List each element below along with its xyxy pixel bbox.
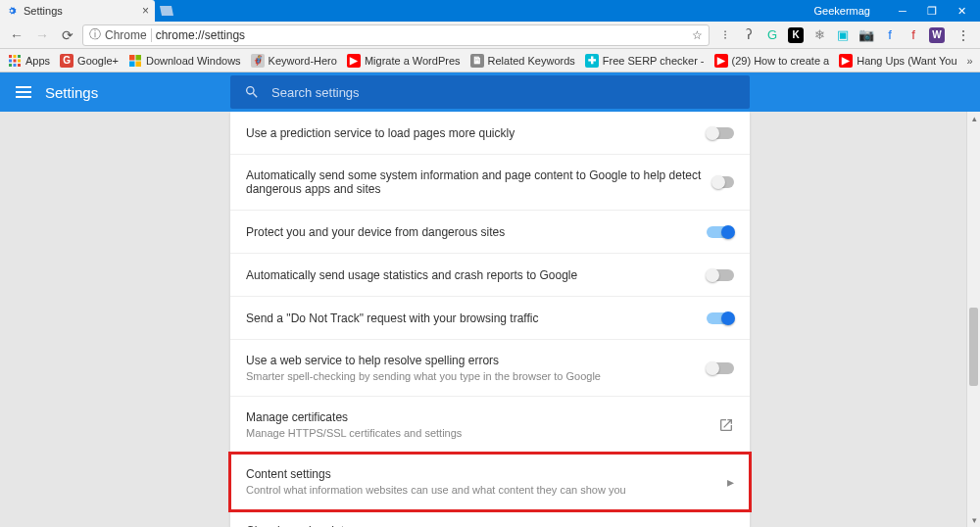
windows-icon [128, 54, 142, 68]
extension-icons: ⁝ʔGK❄▣📷ffW [713, 27, 949, 43]
pocket-icon[interactable]: ▣ [835, 27, 851, 43]
svg-rect-4 [14, 59, 17, 62]
bookmark-label: Download Windows [146, 55, 241, 67]
settings-search[interactable]: Search settings [230, 75, 750, 109]
settings-row: Use a prediction service to load pages m… [230, 112, 750, 155]
bookmark-icon: ▶ [347, 54, 361, 68]
svg-rect-3 [9, 59, 12, 62]
apps-icon [8, 54, 22, 68]
toggle-switch[interactable] [707, 362, 734, 374]
bookmark-item[interactable]: GGoogle+ [60, 54, 119, 68]
window-controls: Geekermag ─ ❐ ✕ [814, 0, 980, 22]
bookmark-item[interactable]: 🗎Related Keywords [470, 54, 575, 68]
forward-button[interactable]: → [31, 24, 53, 46]
svg-rect-1 [14, 55, 17, 58]
camera-icon[interactable]: 📷 [858, 27, 874, 43]
svg-rect-10 [135, 55, 141, 61]
scroll-up-arrow[interactable]: ▴ [967, 112, 980, 125]
bookmark-item[interactable]: 🦸Keyword-Hero [251, 54, 337, 68]
back-button[interactable]: ← [6, 24, 27, 46]
settings-row[interactable]: Content settingsControl what information… [230, 454, 750, 510]
toggle-switch[interactable] [707, 226, 734, 238]
settings-row: Automatically send usage statistics and … [230, 254, 750, 297]
bookmark-icon: ▶ [839, 54, 853, 68]
facebook-icon[interactable]: f [882, 27, 898, 43]
minimize-button[interactable]: ─ [888, 0, 917, 22]
bookmark-icon: 🗎 [470, 54, 484, 68]
scroll-thumb[interactable] [969, 308, 978, 386]
row-title: Manage certificates [246, 410, 462, 424]
svg-rect-11 [129, 61, 135, 67]
row-title: Use a web service to help resolve spelli… [246, 354, 601, 367]
browser-tab[interactable]: Settings × [0, 0, 155, 22]
menu-icon[interactable] [16, 86, 31, 98]
bookmark-label: Hang Ups (Want You [857, 55, 956, 67]
row-title: Automatically send usage statistics and … [246, 268, 577, 282]
bookmark-item[interactable]: Download Windows [128, 54, 241, 68]
close-button[interactable]: ✕ [947, 0, 976, 22]
settings-row: Use a web service to help resolve spelli… [230, 340, 750, 397]
bookmark-item[interactable]: ▶Migrate a WordPres [347, 54, 461, 68]
settings-row[interactable]: Clear browsing dataClear history, cookie… [230, 510, 750, 527]
lastpass-icon[interactable]: ⁝ [717, 27, 733, 43]
menu-button[interactable]: ⋮ [953, 24, 974, 46]
settings-content: Use a prediction service to load pages m… [0, 112, 980, 527]
bookmark-label: Apps [25, 55, 50, 67]
vertical-scrollbar[interactable]: ▴ ▾ [966, 112, 980, 527]
toggle-switch[interactable] [707, 269, 734, 281]
close-icon[interactable]: × [142, 4, 149, 18]
url-scheme: Chrome [105, 28, 152, 42]
url-path: chrome://settings [156, 28, 245, 42]
settings-row: Protect you and your device from dangero… [230, 211, 750, 254]
info-icon: ⓘ [89, 26, 101, 43]
search-icon [244, 84, 260, 100]
keepa-icon[interactable]: K [788, 27, 804, 43]
tab-title: Settings [24, 5, 63, 17]
svg-rect-6 [9, 64, 12, 67]
reload-button[interactable]: ⟳ [57, 24, 78, 46]
search-placeholder: Search settings [271, 85, 360, 100]
tab-strip: Settings × [0, 0, 176, 22]
bookmark-label: Free SERP checker - [603, 55, 705, 67]
browser-toolbar: ← → ⟳ ⓘ Chrome chrome://settings ☆ ⁝ʔGK❄… [0, 22, 980, 49]
wappalyzer-icon[interactable]: W [929, 27, 945, 43]
settings-row: Send a "Do Not Track" request with your … [230, 297, 750, 340]
bookmark-label: (29) How to create a [732, 55, 830, 67]
bookmark-icon: 🦸 [251, 54, 265, 68]
row-title: Use a prediction service to load pages m… [246, 126, 514, 140]
row-subtitle: Manage HTTPS/SSL certificates and settin… [246, 427, 462, 439]
address-bar[interactable]: ⓘ Chrome chrome://settings ☆ [82, 24, 710, 46]
svg-rect-9 [129, 55, 135, 61]
bookmark-label: Keyword-Hero [269, 55, 337, 67]
toggle-switch[interactable] [707, 127, 734, 139]
bookmark-item[interactable]: ▶(29) How to create a [714, 54, 830, 68]
chevron-right-icon: ▸ [727, 474, 734, 490]
toggle-switch[interactable] [712, 176, 734, 188]
bookmark-item[interactable]: Apps [8, 54, 50, 68]
bookmarks-overflow[interactable]: » [967, 55, 973, 67]
pinterest-icon[interactable]: f [906, 27, 921, 43]
page-title: Settings [45, 84, 98, 101]
settings-row[interactable]: Manage certificatesManage HTTPS/SSL cert… [230, 397, 750, 454]
maximize-button[interactable]: ❐ [917, 0, 947, 22]
grammarly-icon[interactable]: G [764, 27, 780, 43]
svg-rect-8 [18, 64, 21, 67]
bookmark-star-icon[interactable]: ☆ [692, 28, 703, 42]
row-subtitle: Smarter spell-checking by sending what y… [246, 370, 601, 382]
toggle-switch[interactable] [707, 312, 734, 324]
open-external-icon[interactable] [718, 417, 734, 433]
bookmark-label: Google+ [77, 55, 119, 67]
svg-rect-5 [18, 59, 21, 62]
refresh-icon[interactable]: ʔ [741, 27, 757, 43]
window-brand: Geekermag [814, 5, 870, 17]
settings-card: Use a prediction service to load pages m… [230, 112, 750, 527]
settings-header: Settings Search settings [0, 72, 980, 112]
scroll-down-arrow[interactable]: ▾ [967, 513, 980, 527]
bookmark-icon: ▶ [714, 54, 728, 68]
bookmark-item[interactable]: ✚Free SERP checker - [585, 54, 705, 68]
snowflake-icon[interactable]: ❄ [811, 27, 827, 43]
bookmark-icon: ✚ [585, 54, 599, 68]
new-tab-button[interactable] [155, 0, 176, 22]
svg-rect-2 [18, 55, 21, 58]
bookmark-item[interactable]: ▶Hang Ups (Want You [839, 54, 956, 68]
